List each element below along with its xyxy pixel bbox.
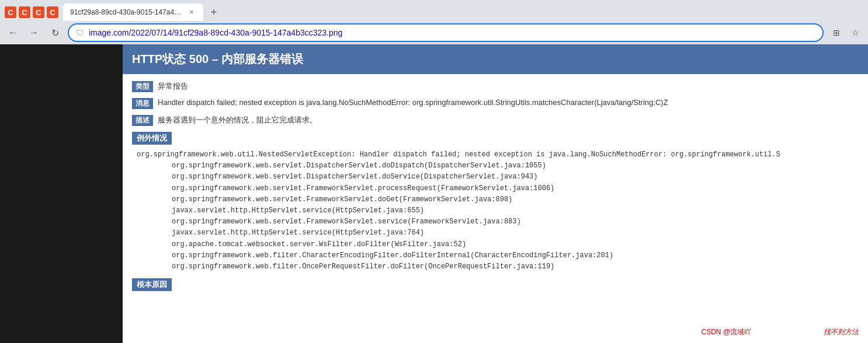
address-bar-row: ← → ↻ 🛡 ⊞ ☆: [0, 21, 868, 44]
browser-actions: ⊞ ☆: [828, 24, 863, 41]
type-row: 类型 异常报告: [132, 81, 859, 92]
tab-title: 91cf29a8-89cd-430a-9015-147a4b3cc323: [70, 8, 183, 16]
stack-line: org.springframework.web.filter.OncePerRe…: [172, 261, 859, 272]
stack-line: org.springframework.web.servlet.Dispatch…: [172, 172, 859, 183]
url-input[interactable]: [89, 28, 815, 37]
exception-section: 例外情况 org.springframework.web.util.Nested…: [132, 132, 859, 272]
error-body: 类型 异常报告 消息 Handler dispatch failed; nest…: [123, 74, 868, 309]
description-row: 描述 服务器遇到一个意外的情况，阻止它完成请求。: [132, 115, 859, 126]
stack-line: org.springframework.web.servlet.Framewor…: [172, 216, 859, 228]
address-bar[interactable]: 🛡: [68, 23, 824, 42]
favicon-1: C: [5, 6, 16, 18]
description-value: 服务器遇到一个意外的情况，阻止它完成请求。: [158, 115, 317, 125]
back-button[interactable]: ←: [5, 24, 21, 41]
stack-line: javax.servlet.http.HttpServlet.service(H…: [172, 228, 859, 239]
error-title: HTTP状态 500 – 内部服务器错误: [132, 52, 303, 65]
browser-chrome: C C C C 91cf29a8-89cd-430a-9015-147a4b3c…: [0, 0, 868, 44]
message-value: Handler dispatch failed; nested exceptio…: [158, 98, 668, 107]
description-label: 描述: [132, 115, 153, 126]
error-header: HTTP状态 500 – 内部服务器错误: [123, 44, 868, 74]
refresh-button[interactable]: ↻: [47, 24, 63, 41]
type-value: 异常报告: [158, 81, 188, 92]
favicon-4: C: [47, 6, 58, 18]
stack-line: javax.servlet.http.HttpServlet.service(H…: [172, 205, 859, 216]
stack-line-first: org.springframework.web.util.NestedServl…: [137, 149, 859, 160]
page-container: HTTP状态 500 – 内部服务器错误 类型 异常报告 消息 Handler …: [0, 44, 868, 343]
active-tab[interactable]: 91cf29a8-89cd-430a-9015-147a4b3cc323 ×: [63, 4, 203, 21]
bookmark-button[interactable]: ☆: [847, 24, 863, 41]
stack-line: org.springframework.web.servlet.Framewor…: [172, 183, 859, 194]
favicon-group: C C C C: [5, 6, 58, 18]
tab-bar: C C C C 91cf29a8-89cd-430a-9015-147a4b3c…: [0, 0, 868, 21]
tab-close-button[interactable]: ×: [187, 8, 196, 17]
shield-icon: 🛡: [76, 28, 84, 37]
stack-line: org.springframework.web.servlet.Dispatch…: [172, 160, 859, 172]
root-cause-label: 根本原因: [132, 278, 172, 291]
csdn-watermark: CSDN @流域吖: [701, 327, 751, 337]
stack-trace: org.springframework.web.util.NestedServl…: [137, 149, 859, 272]
favicon-3: C: [33, 6, 44, 18]
sidebar-dark: [0, 44, 123, 343]
message-row: 消息 Handler dispatch failed; nested excep…: [132, 98, 859, 109]
find-hint: 找不到方法: [824, 327, 859, 337]
stack-line: org.springframework.web.servlet.Framewor…: [172, 194, 859, 205]
exception-label: 例外情况: [132, 132, 172, 145]
stack-line: org.apache.tomcat.websocket.server.WsFil…: [172, 239, 859, 250]
stack-line: org.springframework.web.filter.Character…: [172, 250, 859, 261]
type-label: 类型: [132, 81, 153, 92]
extensions-button[interactable]: ⊞: [828, 24, 845, 41]
forward-button[interactable]: →: [26, 24, 42, 41]
root-cause-row: 根本原因: [132, 278, 859, 296]
stack-lines-container: org.springframework.web.servlet.Dispatch…: [137, 160, 859, 272]
message-label: 消息: [132, 98, 153, 109]
favicon-2: C: [19, 6, 30, 18]
new-tab-button[interactable]: +: [206, 4, 222, 20]
main-content: HTTP状态 500 – 内部服务器错误 类型 异常报告 消息 Handler …: [123, 44, 868, 343]
